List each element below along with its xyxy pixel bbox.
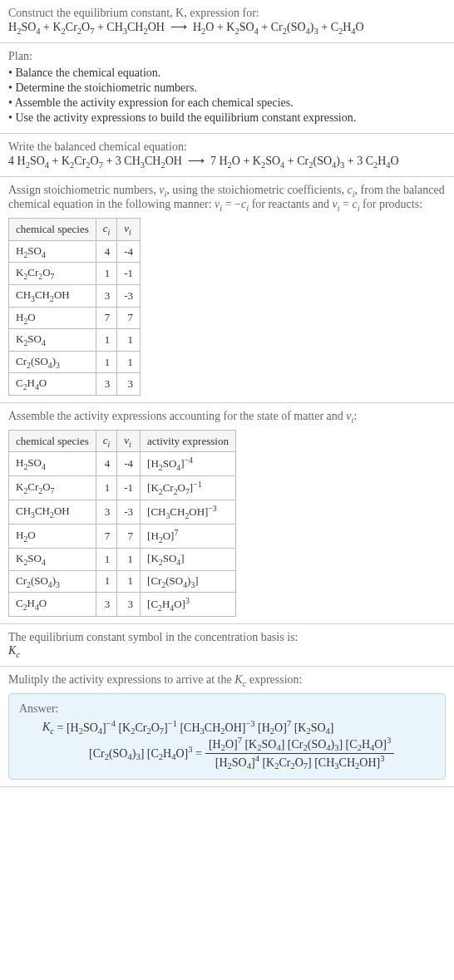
table-row: CH3CH2OH3-3[CH3CH2OH]−3: [9, 500, 236, 524]
cell-ci: 1: [96, 476, 117, 500]
cell-ci: 3: [96, 284, 117, 307]
cell-species: H2O: [9, 307, 96, 329]
cell-activity: [C2H4O]3: [141, 593, 236, 617]
cell-species: CH3CH2OH: [9, 284, 96, 307]
table-row: H2SO44-4[H2SO4]−4: [9, 452, 236, 476]
cell-species: Cr2(SO4)3: [9, 351, 96, 373]
intro-section: Construct the equilibrium constant, K, e…: [0, 0, 454, 43]
expr-line1: Kc = [H2SO4]−4 [K2Cr2O7]−1 [CH3CH2OH]−3 …: [42, 719, 435, 736]
cell-activity: [H2O]7: [141, 524, 236, 549]
cell-species: K2Cr2O7: [9, 263, 96, 285]
table-row: K2SO411[K2SO4]: [9, 549, 236, 571]
table-row: H2O77: [9, 307, 141, 329]
col-activity: activity expression: [141, 430, 236, 452]
cell-nui: 7: [117, 524, 141, 549]
cell-ci: 3: [96, 593, 117, 617]
cell-nui: 1: [117, 329, 141, 352]
cell-ci: 3: [96, 500, 117, 524]
expr-line2: [Cr2(SO4)3] [C2H4O]3 = [H2O]7 [K2SO4] [C…: [42, 736, 435, 771]
cell-nui: 7: [117, 307, 141, 329]
cell-species: K2SO4: [9, 329, 96, 352]
stoich-intro: Assign stoichiometric numbers, νi, using…: [8, 184, 446, 214]
cell-activity: [CH3CH2OH]−3: [141, 500, 236, 524]
cell-ci: 7: [96, 307, 117, 329]
plan-item: • Assemble the activity expression for e…: [8, 96, 446, 110]
cell-nui: 1: [117, 570, 141, 593]
table-row: Cr2(SO4)311[Cr2(SO4)3]: [9, 570, 236, 593]
activity-table: chemical species ci νi activity expressi…: [8, 430, 236, 617]
answer-box: Answer: Kc = [H2SO4]−4 [K2Cr2O7]−1 [CH3C…: [8, 693, 446, 780]
cell-nui: -3: [117, 500, 141, 524]
col-nui: νi: [117, 430, 141, 452]
cell-ci: 4: [96, 240, 117, 263]
cell-ci: 1: [96, 263, 117, 285]
cell-nui: 1: [117, 549, 141, 571]
plan-item: • Determine the stoichiometric numbers.: [8, 81, 446, 95]
cell-nui: -3: [117, 284, 141, 307]
cell-activity: [K2SO4]: [141, 549, 236, 571]
plan-list: • Balance the chemical equation. • Deter…: [8, 66, 446, 125]
fraction: [H2O]7 [K2SO4] [Cr2(SO4)3] [C2H4O]3 [H2S…: [205, 736, 394, 771]
cell-nui: 1: [117, 351, 141, 373]
result-section: Mulitply the activity expressions to arr…: [0, 667, 454, 787]
symbol-section: The equilibrium constant symbol in the c…: [0, 624, 454, 667]
cell-nui: -4: [117, 452, 141, 476]
table-row: Cr2(SO4)311: [9, 351, 141, 373]
col-species: chemical species: [9, 430, 96, 452]
col-ci: ci: [96, 219, 117, 241]
table-header-row: chemical species ci νi: [9, 219, 141, 241]
answer-expression: Kc = [H2SO4]−4 [K2Cr2O7]−1 [CH3CH2OH]−3 …: [19, 719, 435, 771]
cell-species: C2H4O: [9, 373, 96, 396]
col-species: chemical species: [9, 219, 96, 241]
cell-activity: [K2Cr2O7]−1: [141, 476, 236, 500]
stoich-table: chemical species ci νi H2SO44-4K2Cr2O71-…: [8, 218, 141, 396]
symbol-value: Kc: [8, 644, 446, 659]
activity-section: Assemble the activity expressions accoun…: [0, 403, 454, 624]
cell-species: H2SO4: [9, 240, 96, 263]
table-row: K2Cr2O71-1: [9, 263, 141, 285]
table-row: C2H4O33[C2H4O]3: [9, 593, 236, 617]
activity-intro: Assemble the activity expressions accoun…: [8, 410, 446, 425]
table-row: CH3CH2OH3-3: [9, 284, 141, 307]
expr-cont: [Cr2(SO4)3] [C2H4O]3 =: [89, 745, 202, 761]
balanced-section: Write the balanced chemical equation: 4 …: [0, 134, 454, 177]
cell-nui: 3: [117, 373, 141, 396]
cell-ci: 1: [96, 570, 117, 593]
cell-nui: -1: [117, 263, 141, 285]
stoich-section: Assign stoichiometric numbers, νi, using…: [0, 177, 454, 403]
plan-item: • Balance the chemical equation.: [8, 66, 446, 80]
table-row: K2SO411: [9, 329, 141, 352]
table-row: H2SO44-4: [9, 240, 141, 263]
cell-ci: 3: [96, 373, 117, 396]
symbol-label: The equilibrium constant symbol in the c…: [8, 631, 446, 644]
table-row: C2H4O33: [9, 373, 141, 396]
plan-item: • Use the activity expressions to build …: [8, 111, 446, 125]
cell-activity: [Cr2(SO4)3]: [141, 570, 236, 593]
cell-ci: 1: [96, 549, 117, 571]
cell-activity: [H2SO4]−4: [141, 452, 236, 476]
col-nui: νi: [117, 219, 141, 241]
result-label: Mulitply the activity expressions to arr…: [8, 673, 446, 688]
table-row: H2O77[H2O]7: [9, 524, 236, 549]
cell-species: C2H4O: [9, 593, 96, 617]
cell-ci: 1: [96, 351, 117, 373]
plan-label: Plan:: [8, 50, 446, 63]
fraction-numerator: [H2O]7 [K2SO4] [Cr2(SO4)3] [C2H4O]3: [205, 736, 394, 753]
answer-label: Answer:: [19, 702, 435, 716]
intro-prompt: Construct the equilibrium constant, K, e…: [8, 7, 446, 20]
cell-ci: 7: [96, 524, 117, 549]
table-header-row: chemical species ci νi activity expressi…: [9, 430, 236, 452]
balanced-equation: 4 H2SO4 + K2Cr2O7 + 3 CH3CH2OH ⟶ 7 H2O +…: [8, 154, 446, 170]
table-row: K2Cr2O71-1[K2Cr2O7]−1: [9, 476, 236, 500]
cell-ci: 1: [96, 329, 117, 352]
cell-nui: 3: [117, 593, 141, 617]
cell-species: K2Cr2O7: [9, 476, 96, 500]
intro-equation: H2SO4 + K2Cr2O7 + CH3CH2OH ⟶ H2O + K2SO4…: [8, 20, 446, 36]
cell-ci: 4: [96, 452, 117, 476]
cell-nui: -1: [117, 476, 141, 500]
balanced-label: Write the balanced chemical equation:: [8, 140, 446, 154]
cell-species: H2O: [9, 524, 96, 549]
cell-nui: -4: [117, 240, 141, 263]
cell-species: H2SO4: [9, 452, 96, 476]
fraction-denominator: [H2SO4]4 [K2Cr2O7] [CH3CH2OH]3: [205, 754, 394, 771]
